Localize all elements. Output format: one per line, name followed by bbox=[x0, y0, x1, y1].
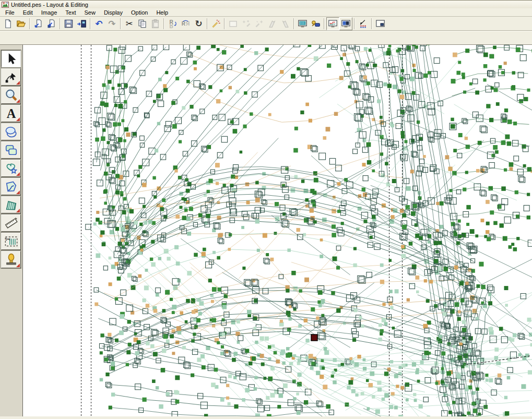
tool-select-button[interactable] bbox=[1, 50, 21, 67]
menu-text[interactable]: Text bbox=[61, 9, 80, 16]
svg-text:↶: ↶ bbox=[96, 19, 103, 29]
outline-rectangle-button[interactable] bbox=[227, 17, 240, 30]
sparkle-erase-icon bbox=[254, 19, 264, 29]
tool-stitch-select-button[interactable]: ✂ bbox=[1, 233, 21, 250]
toolbar-separator bbox=[163, 18, 164, 29]
flag-back-button[interactable] bbox=[279, 17, 292, 30]
undo-icon: ↶ bbox=[94, 19, 104, 29]
toolbar-separator bbox=[29, 18, 30, 29]
sewing-order-icon bbox=[358, 19, 368, 29]
menu-edit[interactable]: Edit bbox=[19, 9, 37, 16]
flyout-indicator bbox=[16, 264, 20, 267]
stitch-view-icon bbox=[328, 19, 338, 29]
stitch-simulator-button[interactable] bbox=[296, 17, 309, 30]
svg-text:↷: ↷ bbox=[109, 19, 116, 29]
design-area bbox=[23, 45, 532, 416]
flip-horizontal-button[interactable]: RR bbox=[179, 17, 192, 30]
paste-icon bbox=[150, 19, 160, 29]
import-from-card-button[interactable] bbox=[45, 17, 58, 30]
flyout-indicator bbox=[16, 81, 20, 85]
flip-vertical-icon: RR bbox=[168, 19, 178, 29]
flag-forward-button[interactable] bbox=[266, 17, 279, 30]
magic-wand-icon bbox=[211, 19, 221, 29]
tool-point-edit-button[interactable] bbox=[1, 68, 21, 86]
flip-horizontal-icon: RR bbox=[181, 19, 191, 29]
flyout-indicator bbox=[16, 209, 20, 212]
svg-text:R: R bbox=[169, 22, 173, 28]
sparkle-erase-button[interactable] bbox=[253, 17, 266, 30]
rotate-icon: ↻ bbox=[194, 19, 204, 29]
sparkle-edit-button[interactable] bbox=[240, 17, 253, 30]
reference-window-button[interactable] bbox=[374, 17, 387, 30]
open-file-icon bbox=[16, 19, 26, 29]
copy-icon bbox=[137, 19, 147, 29]
circle-arc-icon bbox=[4, 125, 18, 139]
svg-text:✂: ✂ bbox=[126, 19, 133, 29]
sewing-order-button[interactable] bbox=[357, 17, 370, 30]
rotate-button[interactable]: ↻ bbox=[192, 17, 205, 30]
menu-file[interactable]: File bbox=[1, 9, 19, 16]
rectangle-icon bbox=[4, 143, 18, 157]
menu-sew[interactable]: Sew bbox=[80, 9, 99, 16]
tool-stamp-button[interactable] bbox=[1, 251, 21, 268]
sparkle-edit-icon bbox=[241, 19, 251, 29]
svg-text:A: A bbox=[6, 106, 16, 121]
tool-manual-punch-button[interactable] bbox=[1, 196, 21, 213]
application-window: Untitled.pes - Layout & Editing FileEdit… bbox=[0, 0, 532, 419]
paste-button[interactable] bbox=[149, 17, 162, 30]
toolbar-separator bbox=[207, 18, 208, 29]
menu-display[interactable]: Display bbox=[100, 9, 127, 16]
open-file-button[interactable] bbox=[15, 17, 28, 30]
tool-zoom-button[interactable] bbox=[1, 87, 21, 104]
flag-forward-icon bbox=[267, 19, 277, 29]
tool-rectangle-button[interactable] bbox=[1, 141, 21, 159]
copy-button[interactable] bbox=[136, 17, 149, 30]
menu-image[interactable]: Image bbox=[37, 9, 62, 16]
save-button[interactable] bbox=[62, 17, 75, 30]
toolbar-separator bbox=[371, 18, 372, 29]
stitch-select-icon: ✂ bbox=[4, 234, 18, 248]
magic-wand-button[interactable] bbox=[209, 17, 222, 30]
svg-text:R: R bbox=[182, 21, 186, 27]
design-property-button[interactable] bbox=[309, 17, 322, 30]
cut-icon: ✂ bbox=[124, 19, 134, 29]
write-to-card-icon bbox=[77, 19, 87, 29]
import-from-card-icon bbox=[46, 19, 56, 29]
cut-button[interactable]: ✂ bbox=[123, 17, 136, 30]
svg-text:R: R bbox=[185, 21, 190, 27]
app-icon bbox=[2, 1, 9, 8]
new-document-button[interactable] bbox=[2, 17, 15, 30]
title-bar: Untitled.pes - Layout & Editing bbox=[0, 0, 532, 8]
new-document-icon bbox=[3, 19, 13, 29]
outline-rectangle-icon bbox=[228, 19, 238, 29]
design-canvas[interactable] bbox=[23, 45, 532, 416]
main-content: A✂ bbox=[0, 45, 532, 416]
tool-palette: A✂ bbox=[0, 45, 23, 416]
flyout-indicator bbox=[16, 172, 20, 176]
menu-bar: FileEditImageTextSewDisplayOptionHelp bbox=[0, 8, 532, 17]
flip-vertical-button[interactable]: RR bbox=[166, 17, 179, 30]
menu-option[interactable]: Option bbox=[127, 9, 152, 16]
stitch-view-button[interactable] bbox=[326, 17, 339, 30]
save-icon bbox=[64, 19, 74, 29]
stitch-simulator-icon bbox=[298, 19, 308, 29]
toolbar-separator bbox=[224, 18, 225, 29]
flyout-indicator bbox=[16, 190, 20, 194]
select-icon bbox=[4, 52, 18, 66]
realistic-view-button[interactable] bbox=[339, 17, 352, 30]
menu-help[interactable]: Help bbox=[152, 9, 172, 16]
tool-outline-shape-button[interactable] bbox=[1, 178, 21, 195]
undo-button[interactable]: ↶ bbox=[92, 17, 105, 30]
write-to-card-button[interactable] bbox=[75, 17, 88, 30]
tool-circle-arc-button[interactable] bbox=[1, 123, 21, 140]
redo-button[interactable]: ↷ bbox=[105, 17, 119, 30]
tool-shapes-button[interactable] bbox=[1, 160, 21, 177]
toolbar-separator bbox=[324, 18, 325, 29]
import-from-file-button[interactable] bbox=[32, 17, 45, 30]
tool-text-button[interactable]: A bbox=[1, 105, 21, 122]
redo-icon: ↷ bbox=[107, 19, 117, 29]
flyout-indicator bbox=[16, 117, 20, 121]
tool-measure-button[interactable] bbox=[1, 214, 21, 232]
toolbar-separator bbox=[60, 18, 61, 29]
svg-text:↻: ↻ bbox=[195, 19, 203, 29]
